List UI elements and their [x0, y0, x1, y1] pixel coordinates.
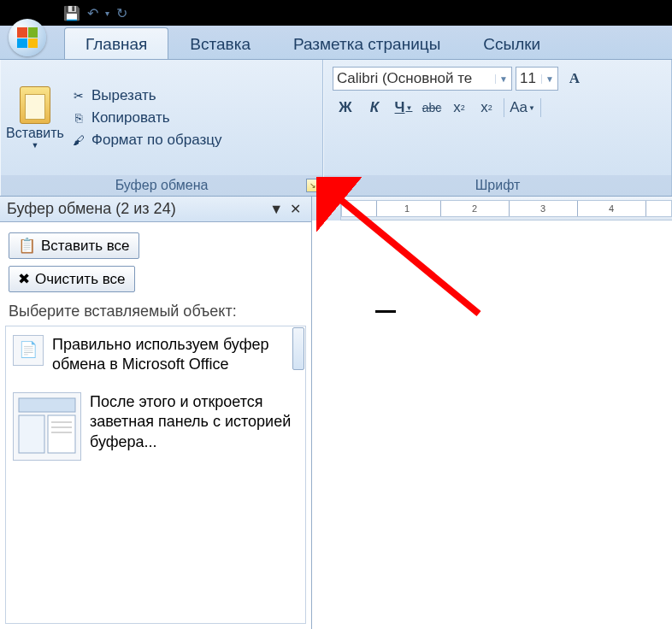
group-font-label: Шрифт [324, 175, 671, 196]
paste-label: Вставить [6, 126, 64, 141]
undo-icon[interactable]: ↶ [87, 5, 98, 21]
clear-all-label: Очистить все [35, 271, 126, 288]
paste-all-icon: 📋 [18, 237, 36, 255]
font-name-combo[interactable]: Calibri (Основной те ▼ [333, 67, 512, 91]
copy-button[interactable]: ⎘ Копировать [68, 108, 225, 128]
separator [504, 98, 504, 117]
pane-title: Буфер обмена (2 из 24) [7, 200, 176, 218]
chevron-down-icon[interactable]: ▼ [528, 104, 535, 112]
clipboard-item-text: Правильно используем буфер обмена в Micr… [52, 335, 298, 375]
separator [540, 98, 541, 117]
horizontal-ruler[interactable]: ⬚ 1 2 3 4 [312, 197, 672, 220]
chevron-down-icon[interactable]: ▼ [495, 74, 508, 84]
tab-home[interactable]: Главная [64, 27, 168, 59]
ruler-corner-icon[interactable]: ⬚ [312, 197, 341, 220]
tab-layout[interactable]: Разметка страницы [272, 27, 462, 59]
paste-all-label: Вставить все [41, 238, 130, 255]
chevron-down-icon[interactable]: ▼ [541, 74, 554, 84]
group-clipboard-label: Буфер обмена ↘ [1, 175, 322, 196]
ruler-number: 2 [472, 203, 477, 214]
clipboard-items-list[interactable]: 📄 Правильно используем буфер обмена в Mi… [5, 326, 306, 624]
brush-icon: 🖌 [71, 132, 86, 148]
clipboard-item[interactable]: 📄 Правильно используем буфер обмена в Mi… [6, 326, 305, 384]
cut-label: Вырезать [91, 87, 156, 104]
paste-button[interactable]: Вставить ▼ [6, 63, 64, 172]
ribbon: Вставить ▼ ✂ Вырезать ⎘ Копировать 🖌 Фор… [0, 60, 672, 197]
chevron-down-icon[interactable]: ▼ [32, 141, 39, 150]
cut-button[interactable]: ✂ Вырезать [68, 85, 225, 106]
document-page[interactable] [341, 220, 672, 629]
clear-all-button[interactable]: ✖ Очистить все [9, 266, 135, 292]
svg-rect-2 [48, 415, 75, 453]
strike-button[interactable]: abc [420, 96, 444, 120]
pane-instruction: Выберите вставляемый объект: [0, 303, 311, 326]
bold-button[interactable]: Ж [333, 96, 358, 120]
font-size-combo[interactable]: 11 ▼ [516, 67, 558, 91]
title-bar: 💾 ↶ ▾ ↻ [0, 0, 672, 26]
text-cursor [375, 310, 396, 313]
tab-references[interactable]: Ссылки [462, 27, 562, 59]
ribbon-tab-strip: Главная Вставка Разметка страницы Ссылки [0, 26, 672, 60]
close-icon[interactable]: ✕ [286, 201, 304, 217]
font-name-value: Calibri (Основной те [337, 70, 472, 87]
italic-button[interactable]: К [362, 96, 387, 120]
ruler-number: 3 [540, 203, 545, 214]
clipboard-dialog-launcher[interactable]: ↘ [306, 179, 320, 192]
workspace: Буфер обмена (2 из 24) ▼ ✕ 📋 Вставить вс… [0, 197, 672, 629]
clipboard-item[interactable]: После этого и откроется заветная панель … [6, 384, 305, 469]
clipboard-task-pane: Буфер обмена (2 из 24) ▼ ✕ 📋 Вставить вс… [0, 197, 312, 629]
font-size-value: 11 [520, 70, 536, 87]
ruler-number: 1 [404, 203, 410, 214]
pane-menu-icon[interactable]: ▼ [266, 202, 286, 217]
svg-rect-0 [19, 398, 75, 412]
format-painter-button[interactable]: 🖌 Формат по образцу [68, 130, 225, 150]
paste-all-button[interactable]: 📋 Вставить все [9, 232, 139, 259]
underline-button[interactable]: Ч▼ [391, 96, 416, 120]
paste-icon [20, 86, 50, 124]
group-font: Calibri (Основной те ▼ 11 ▼ A Ж К Ч▼ abc… [323, 60, 672, 196]
chevron-down-icon[interactable]: ▼ [406, 104, 413, 112]
image-item-thumb [13, 392, 81, 461]
superscript-button[interactable]: x2 [475, 96, 498, 120]
svg-rect-1 [19, 415, 44, 453]
ruler-number: 4 [609, 203, 614, 214]
change-case-button[interactable]: Aa▼ [510, 96, 535, 120]
grow-font-button[interactable]: A [562, 67, 587, 91]
copy-label: Копировать [91, 109, 170, 126]
save-icon[interactable]: 💾 [63, 5, 80, 21]
copy-icon: ⎘ [71, 110, 86, 126]
subscript-button[interactable]: x2 [447, 96, 471, 120]
document-area: ⬚ 1 2 3 4 [312, 197, 672, 629]
scrollbar-thumb[interactable] [292, 327, 304, 370]
clipboard-item-text: После этого и откроется заветная панель … [90, 392, 298, 461]
undo-dropdown-icon[interactable]: ▾ [105, 9, 109, 18]
office-button[interactable] [9, 19, 46, 56]
redo-icon[interactable]: ↻ [116, 5, 127, 21]
format-painter-label: Формат по образцу [91, 132, 221, 149]
pane-header: Буфер обмена (2 из 24) ▼ ✕ [0, 197, 311, 222]
tab-insert[interactable]: Вставка [168, 27, 272, 59]
clear-all-icon: ✖ [18, 270, 30, 288]
office-logo-icon [17, 27, 38, 48]
scissors-icon: ✂ [71, 88, 86, 103]
text-item-icon: 📄 [13, 335, 44, 366]
group-clipboard: Вставить ▼ ✂ Вырезать ⎘ Копировать 🖌 Фор… [0, 60, 323, 196]
